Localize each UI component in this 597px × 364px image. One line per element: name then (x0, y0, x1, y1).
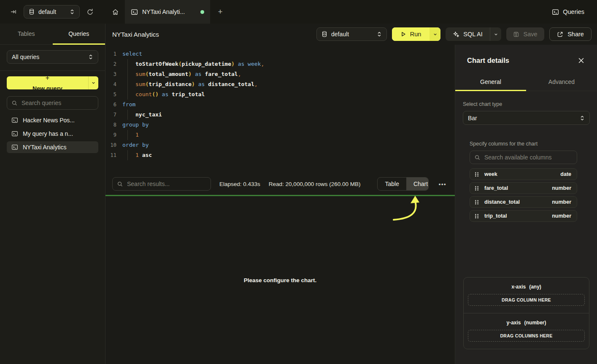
save-button[interactable]: Save (506, 27, 544, 41)
run-label: Run (410, 31, 421, 38)
y-axis-dropzone[interactable]: DRAG COLUMNS HERE (468, 330, 585, 342)
code-text: nyc_taxi (122, 110, 162, 120)
collapse-sidebar-icon (10, 8, 17, 15)
code-line: 8 group by (105, 120, 455, 130)
line-number: 7 (105, 110, 116, 120)
column-name: fare_total (484, 185, 547, 191)
chart-tab-general[interactable]: General (455, 73, 526, 91)
sidebar-tabs: Tables Queries (0, 24, 105, 45)
column-row[interactable]: distance_total number (470, 196, 577, 208)
run-options-dropdown[interactable] (430, 27, 440, 41)
code-line: 2 toStartOfWeek(pickup_datetime) as week… (105, 59, 455, 69)
tab-nytaxi-analytics[interactable]: NYTaxi Analyti... (125, 0, 210, 24)
drag-handle-icon[interactable] (474, 185, 480, 191)
sql-ai-button[interactable]: SQL AI (446, 27, 501, 41)
chart-details-panel: Chart details General Advanced Select ch… (455, 45, 597, 364)
columns-section: Specify columns for the chart (470, 141, 577, 222)
chart-panel-title: Chart details (467, 57, 509, 65)
queries-search-input[interactable] (22, 100, 94, 106)
new-query-dropdown[interactable] (88, 76, 98, 89)
saved-query-item[interactable]: My query has a n... (7, 128, 98, 140)
results-search-input[interactable] (127, 181, 206, 187)
sidebar-tab-queries[interactable]: Queries (53, 24, 105, 45)
sql-editor[interactable]: 1 select 2 toStartOfWeek(pickup_datetime… (105, 45, 455, 173)
results-more-menu[interactable]: ••• (437, 181, 448, 187)
refresh-icon (86, 8, 94, 16)
line-number: 3 (105, 69, 116, 79)
column-row[interactable]: week date (470, 168, 577, 180)
hint-arrow (382, 195, 424, 225)
drag-handle-icon[interactable] (474, 199, 480, 205)
new-tab-button[interactable]: + (210, 0, 230, 24)
view-tab-table[interactable]: Table (378, 178, 406, 190)
column-row[interactable]: fare_total number (470, 182, 577, 194)
column-type: number (552, 185, 571, 191)
query-toolbar: NYTaxi Analytics default Run (105, 24, 597, 45)
chevron-down-icon (433, 32, 438, 37)
sql-ai-dropdown[interactable] (490, 27, 501, 41)
drag-handle-icon[interactable] (474, 171, 480, 178)
x-axis-section: x-axis (any) DRAG COLUMN HERE (464, 278, 589, 313)
run-button[interactable]: Run (392, 27, 440, 41)
save-icon (513, 31, 519, 38)
topbar-right: NYTaxi Analyti... + Queries (105, 0, 597, 24)
drag-handle-icon[interactable] (474, 213, 480, 219)
database-icon (29, 8, 35, 15)
saved-queries-list: Hacker News Pos... My query has a n... N… (0, 110, 105, 158)
chart-panel-body: Select chart type Bar Specify columns fo… (455, 91, 597, 364)
chevron-updown-icon (70, 9, 75, 15)
sidebar: Tables Queries All queries + New query (0, 24, 105, 364)
code-text: select (122, 49, 142, 59)
queries-search (7, 96, 98, 110)
topbar-left: default (0, 0, 105, 24)
available-columns-list: week date fare_total number (470, 168, 577, 222)
y-axis-section: y-axis (number) DRAG COLUMNS HERE (464, 313, 589, 349)
code-text: sum(trip_distance) as distance_total, (122, 79, 258, 89)
main-area: NYTaxi Analytics default Run (105, 24, 597, 364)
chart-tab-advanced[interactable]: Advanced (526, 73, 597, 91)
search-icon (11, 100, 18, 106)
chart-type-select[interactable]: Bar (463, 111, 590, 125)
x-axis-dropzone[interactable]: DRAG COLUMN HERE (468, 294, 585, 306)
column-type: number (552, 213, 571, 219)
chart-type-label: Select chart type (463, 101, 590, 107)
code-line: 11 1 asc (105, 150, 455, 160)
terminal-icon (11, 130, 18, 137)
code-line: 1 select (105, 49, 455, 59)
topbar-spacer (230, 0, 547, 24)
line-number: 4 (105, 79, 116, 89)
column-type: date (560, 171, 571, 177)
saved-query-item[interactable]: NYTaxi Analytics (7, 141, 98, 153)
topbar-database-select[interactable]: default (24, 5, 80, 19)
line-number: 5 (105, 89, 116, 100)
collapse-sidebar-button[interactable] (8, 6, 19, 18)
column-name: distance_total (484, 199, 547, 205)
column-row[interactable]: trip_total number (470, 210, 577, 222)
search-icon (117, 181, 123, 187)
home-button[interactable] (105, 0, 125, 24)
sidebar-tab-tables[interactable]: Tables (0, 24, 53, 45)
new-query-button[interactable]: + New query (7, 76, 98, 89)
columns-search-input[interactable] (484, 154, 573, 161)
code-text: group by (122, 120, 149, 130)
refresh-button[interactable] (84, 6, 96, 18)
share-icon (557, 31, 563, 38)
queries-filter-select[interactable]: All queries (7, 50, 98, 64)
saved-query-item[interactable]: Hacker News Pos... (7, 114, 98, 126)
plus-icon: + (46, 76, 49, 82)
code-line: 5 count() as trip_total (105, 89, 455, 100)
close-panel-button[interactable] (577, 56, 585, 65)
rows-read: Read: 20,000,000 rows (260.00 MB) (269, 181, 361, 187)
queries-button[interactable]: Queries (547, 0, 597, 24)
panel-spacer (463, 222, 590, 277)
share-button[interactable]: Share (549, 27, 592, 41)
elapsed-time: Elapsed: 0.433s (219, 181, 260, 187)
queries-filter-value: All queries (12, 54, 84, 60)
query-title: NYTaxi Analytics (112, 31, 311, 38)
toolbar-database-select[interactable]: default (316, 27, 387, 41)
code-line: 3 sum(total_amount) as fare_total, (105, 69, 455, 79)
unsaved-changes-dot (200, 10, 204, 14)
view-tab-chart[interactable]: Chart (406, 178, 429, 190)
code-line: 7 nyc_taxi (105, 110, 455, 120)
line-number: 8 (105, 120, 116, 130)
